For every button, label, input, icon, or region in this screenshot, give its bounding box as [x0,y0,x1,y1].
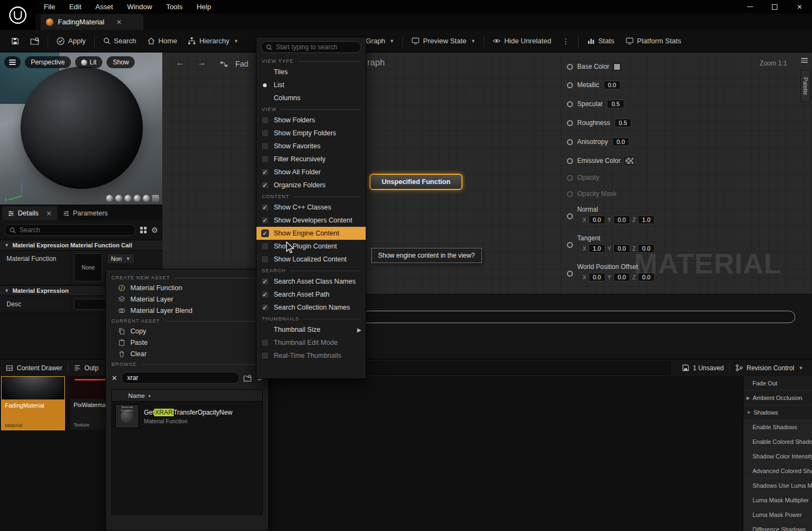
menu-item-show-folders[interactable]: Show Folders [256,114,366,127]
menu-item-real-time-thumbnails[interactable]: Real-Time Thumbnails [256,349,366,362]
checkbox[interactable] [261,352,269,359]
vector-y-value[interactable]: 0.0 [613,273,630,281]
content-drawer-button[interactable]: Content Drawer [0,359,68,377]
pin-circle-icon[interactable] [567,120,573,126]
chevron-right-icon[interactable]: ▶ [747,396,750,401]
palette-side-tab[interactable]: Palette [801,70,810,102]
pin-circle-icon[interactable] [567,101,573,107]
pin-circle-icon[interactable] [567,139,573,145]
checkbox[interactable] [261,142,269,150]
shape-sphere-icon[interactable] [134,195,141,202]
lit-button[interactable]: Lit [75,56,103,68]
pin-value[interactable]: 0.0 [612,137,629,146]
maximize-button[interactable] [762,0,787,14]
pin-circle-icon[interactable] [567,64,573,70]
display-options-icon[interactable] [139,226,148,234]
vector-y-value[interactable]: 0.0 [613,244,630,253]
checkbox[interactable] [261,204,269,211]
preview-viewport[interactable]: Perspective Lit Show z x [0,53,162,205]
menu-item-clear[interactable]: Clear [106,348,268,359]
menu-edit[interactable]: Edit [62,0,88,14]
menu-asset[interactable]: Asset [88,0,120,14]
menu-item-show-developers-content[interactable]: Show Developers Content [256,214,366,227]
material-function-dropdown[interactable]: Non ▼ [107,253,135,264]
menu-item-show-engine-content[interactable]: Show Engine Content [256,227,366,240]
row-ambient-occlusion[interactable]: ▶Ambient Occlusion [743,391,812,405]
menu-item-show-plugin-content[interactable]: Show Plugin Content [256,240,366,253]
material-function-thumbnail[interactable]: None [74,253,102,281]
menu-item-search-asset-class-names[interactable]: Search Asset Class Names [256,275,366,288]
menu-help[interactable]: Help [189,0,218,14]
vector-x-value[interactable]: 1.0 [589,244,605,253]
menu-item-organize-folders[interactable]: Organize Folders [256,179,366,192]
row-luma-mask-multiplier[interactable]: Luma Mask Multiplier [743,493,812,508]
pin-circle-icon[interactable] [567,213,573,219]
details-search-input[interactable] [19,226,131,234]
pin-emissive-color[interactable]: Emissive Color [567,155,634,166]
menu-search-box[interactable] [261,41,361,53]
row-fade-out[interactable]: Fade Out [743,376,812,391]
tab-details[interactable]: Details ✕ [2,206,57,220]
vector-x-value[interactable]: 0.0 [589,273,605,281]
menu-item-show-empty-folders[interactable]: Show Empty Folders [256,127,366,140]
asset-tile-fadingmaterial[interactable]: FadingMaterial Material [1,376,65,430]
menu-item-search-collection-names[interactable]: Search Collection Names [256,301,366,314]
details-search-box[interactable] [4,224,136,236]
save-button[interactable] [5,33,25,49]
menu-item-material-function[interactable]: Material Function [106,282,268,293]
checkbox[interactable] [261,339,269,346]
menu-item-show-cpp-classes[interactable]: Show C++ Classes [256,201,366,214]
checkbox[interactable] [261,217,269,224]
home-button[interactable]: Home [142,33,183,49]
checkbox[interactable] [261,155,269,163]
checkbox[interactable] [261,255,269,263]
unreal-logo[interactable] [0,0,35,30]
section-material-function-call[interactable]: ▼ Material Expression Material Function … [0,240,162,251]
hide-unrelated-button[interactable]: Hide Unrelated [487,33,557,49]
pin-anisotropy[interactable]: Anisotropy 0.0 [567,136,629,147]
row-enable-colored-shadows[interactable]: Enable Colored Shadows [743,435,812,449]
back-icon[interactable]: ← [176,58,184,68]
pin-normal[interactable]: Normal X0.0 Y0.0 Z1.0 [567,206,655,224]
checkbox[interactable] [261,304,269,311]
vector-z-value[interactable]: 1.0 [638,215,655,224]
checkbox[interactable] [261,291,269,298]
row-enable-shadows[interactable]: Enable Shadows [743,420,812,435]
pin-circle-icon[interactable] [567,82,573,88]
viewport-menu-button[interactable] [4,56,21,68]
menu-item-thumbnail-edit-mode[interactable]: Thumbnail Edit Mode [256,336,366,349]
menu-item-columns[interactable]: Columns [256,91,366,104]
menu-item-copy[interactable]: Copy [106,325,268,337]
stats-search-bar[interactable] [305,311,795,323]
row-advanced-colored-shadows[interactable]: Advanced Colored Shadows [743,464,812,478]
tab-close-icon[interactable]: ✕ [46,209,51,218]
menu-tools[interactable]: Tools [159,0,189,14]
browse-to-asset-button[interactable] [25,33,45,49]
menu-item-tiles[interactable]: Tiles [256,65,366,78]
platform-stats-button[interactable]: Platform Stats [620,33,687,49]
checkbox[interactable] [261,116,269,124]
menu-search-input[interactable] [276,43,360,51]
pin-specular[interactable]: Specular 0.5 [567,99,624,109]
vector-x-value[interactable]: 0.0 [589,215,605,224]
vector-y-value[interactable]: 0.0 [613,215,630,224]
asset-search-input[interactable] [121,372,240,384]
row-difference-shadows[interactable]: Difference Shadows [743,522,812,531]
menu-item-show-localized-content[interactable]: Show Localized Content [256,253,366,266]
perspective-button[interactable]: Perspective [25,56,71,68]
checkbox[interactable] [261,168,269,176]
pin-circle-icon[interactable] [567,242,573,248]
pin-circle-icon[interactable] [567,158,573,164]
stats-button[interactable]: Stats [582,33,620,49]
menu-item-show-all-folder[interactable]: Show All Folder [256,166,366,179]
chevron-down-icon[interactable]: ▼ [747,410,751,415]
pin-roughness[interactable]: Roughness 0.5 [567,117,631,128]
pin-metallic[interactable]: Metallic 0.0 [567,80,620,90]
checkbox[interactable] [261,230,269,237]
tab-fadingmaterial[interactable]: FadingMaterial ✕ [41,14,143,30]
shape-plane-icon[interactable] [152,195,159,202]
pin-base-color[interactable]: Base Color [567,61,620,72]
minimize-button[interactable] [737,0,762,14]
menu-file[interactable]: File [37,0,62,14]
unsaved-assets-button[interactable]: 1 Unsaved [676,359,729,377]
